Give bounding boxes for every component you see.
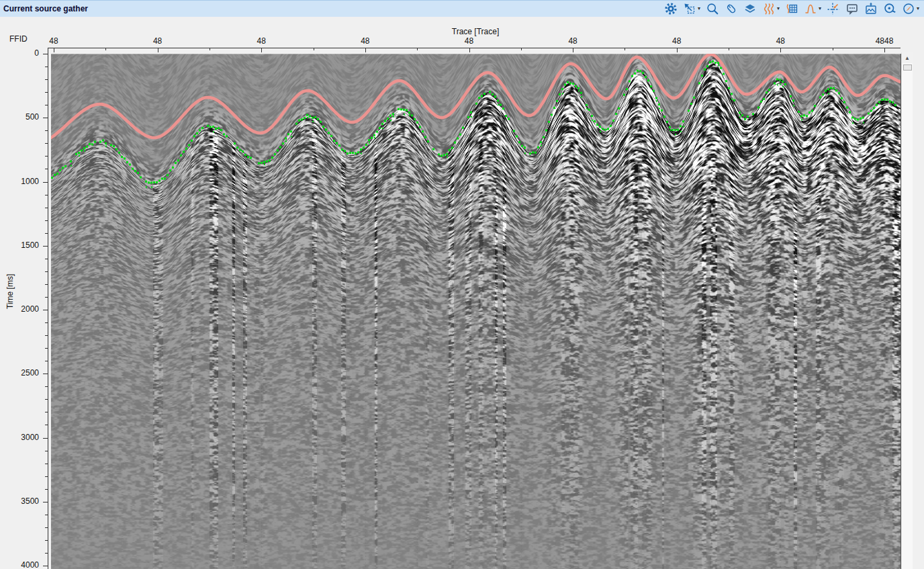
comment-button[interactable] [843, 1, 862, 17]
select-resize-icon [683, 2, 696, 15]
layers-icon [743, 2, 757, 15]
tape-measure-button[interactable] [880, 1, 899, 17]
top-major-tick [884, 48, 885, 52]
top-major-tick [261, 48, 262, 52]
top-tick-label: 48 [776, 36, 785, 46]
seismic-gather-image[interactable] [51, 54, 900, 569]
top-tick-label: 48 [257, 36, 266, 46]
crosshair-pick-button[interactable] [824, 1, 843, 17]
top-tick-label: 48 [361, 36, 369, 46]
top-axis-line [48, 48, 900, 48]
compass-icon [902, 2, 915, 15]
top-major-tick [158, 48, 158, 52]
zoom-icon [706, 2, 719, 15]
top-tick-label: 48 [568, 36, 577, 46]
amplitude-curve-button[interactable]: ▾ [801, 1, 824, 17]
top-major-tick [365, 48, 366, 52]
compass-button[interactable]: ▾ [899, 1, 922, 17]
top-tick-label: 48 [672, 36, 681, 46]
left-tick-label: 3000 [0, 433, 39, 442]
top-major-tick [573, 48, 573, 52]
top-major-tick [54, 48, 54, 52]
tape-measure-icon [883, 2, 896, 15]
top-major-tick [677, 48, 678, 52]
comment-icon [845, 2, 859, 15]
dropdown-arrow-icon[interactable]: ▾ [777, 6, 780, 11]
spreadsheet-icon [785, 2, 798, 15]
top-major-tick [780, 48, 781, 52]
select-resize-button[interactable]: ▾ [680, 1, 703, 17]
top-axis-title: Trace [Trace] [452, 27, 499, 36]
dropdown-arrow-icon[interactable]: ▾ [819, 6, 821, 11]
corner-label-ffid: FFID [9, 34, 28, 44]
left-tick-label: 1000 [0, 177, 39, 186]
export-image-button[interactable] [862, 1, 880, 17]
left-tick-label: 2000 [0, 304, 39, 314]
left-tick-label: 4000 [0, 560, 39, 569]
vertical-scrollbar[interactable]: ▲ [901, 52, 913, 569]
settings-gear-button[interactable] [661, 1, 680, 17]
mouse-pan-button[interactable] [722, 1, 741, 17]
top-tick-label: 4848 [876, 36, 894, 46]
top-major-tick [469, 48, 470, 52]
settings-gear-icon [664, 2, 678, 15]
spreadsheet-button[interactable] [782, 1, 801, 17]
left-tick-label: 3500 [0, 496, 39, 506]
wiggle-display-icon [762, 2, 776, 15]
top-tick-label: 48 [49, 36, 58, 46]
layers-button[interactable] [741, 1, 759, 17]
scroll-up-arrow-icon: ▲ [905, 55, 910, 61]
export-image-icon [864, 2, 878, 15]
left-tick-label: 0 [0, 48, 39, 58]
dropdown-arrow-icon[interactable]: ▾ [698, 6, 700, 11]
dropdown-arrow-icon[interactable]: ▾ [917, 6, 919, 11]
mouse-pan-icon [725, 2, 738, 15]
panel-title: Current source gather [3, 4, 88, 13]
wiggle-display-button[interactable]: ▾ [759, 1, 782, 17]
top-tick-label: 48 [153, 36, 162, 46]
left-tick-label: 2500 [0, 368, 39, 378]
left-tick-label: 500 [0, 112, 39, 122]
left-tick-label: 1500 [0, 240, 39, 250]
scroll-up-button[interactable]: ▲ [902, 52, 913, 63]
scrollbar-thumb[interactable] [903, 64, 912, 71]
toolbar: ▾ ▾ [661, 0, 922, 17]
amplitude-curve-icon [804, 2, 817, 15]
zoom-button[interactable] [703, 1, 722, 17]
top-tick-label: 48 [465, 36, 473, 46]
left-axis-line [48, 48, 48, 569]
crosshair-pick-icon [827, 2, 840, 15]
